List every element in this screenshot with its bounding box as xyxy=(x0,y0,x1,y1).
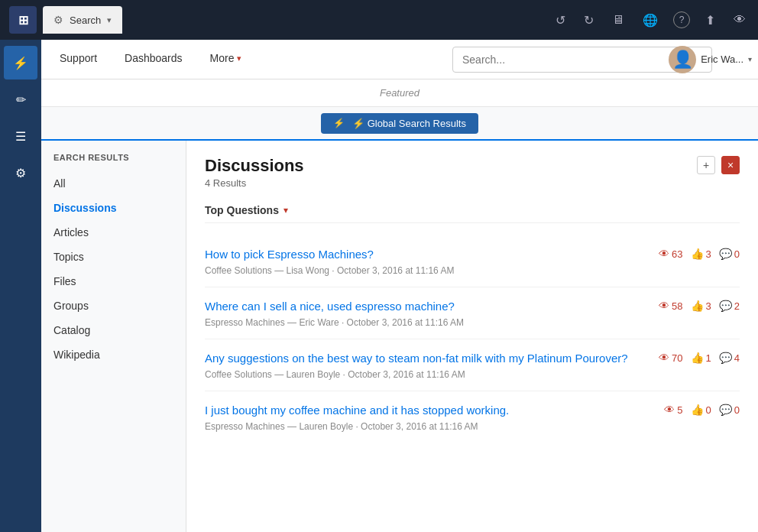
search-nav-topics[interactable]: Topics xyxy=(41,245,186,269)
sidebar-list-button[interactable]: ☰ xyxy=(4,119,37,153)
nav-support[interactable]: Support xyxy=(46,40,111,79)
view-stat: 👁 58 xyxy=(659,300,682,312)
top-questions-bar: Top Questions ▾ xyxy=(205,204,740,223)
tab-gear-icon: ⚙ xyxy=(53,14,63,26)
discussion-content: I just bought my coffee machine and it h… xyxy=(205,402,652,432)
top-toolbar: ⊞ ⚙ Search ▾ ↺ ↻ 🖥 🌐 ? ⬆ 👁 xyxy=(0,0,758,40)
gear-icon: ⚙ xyxy=(15,166,26,180)
eye-stat-icon: 👁 xyxy=(659,352,669,364)
comment-count: 4 xyxy=(734,352,740,364)
logo-icon: ⊞ xyxy=(18,13,28,28)
like-stat: 👍 0 xyxy=(691,404,711,416)
discussion-item: I just bought my coffee machine and it h… xyxy=(205,391,740,443)
avatar: 👤 xyxy=(669,46,696,73)
nav-dashboards[interactable]: Dashboards xyxy=(111,40,196,79)
discussion-stats: 👁 63 👍 3 💬 0 xyxy=(659,246,740,260)
left-sidebar: ⚡ ✏ ☰ ⚙ xyxy=(0,40,41,532)
redo-button[interactable]: ↻ xyxy=(581,10,597,31)
search-nav-groups[interactable]: Groups xyxy=(41,294,186,318)
discussions-heading: Discussions 4 Results xyxy=(205,156,304,201)
like-count: 1 xyxy=(706,352,711,364)
like-stat-icon: 👍 xyxy=(691,248,704,260)
like-stat: 👍 1 xyxy=(691,352,711,364)
sort-dropdown-icon[interactable]: ▾ xyxy=(283,205,288,216)
search-nav-all[interactable]: All xyxy=(41,171,186,196)
discussion-item: Any suggestions on the best way to steam… xyxy=(205,339,740,391)
search-nav-discussions[interactable]: Discussions xyxy=(41,196,186,220)
comment-stat: 💬 2 xyxy=(719,300,740,312)
nav-more[interactable]: More ▾ xyxy=(196,40,256,79)
discussion-title[interactable]: Where can I sell a nice, used espresso m… xyxy=(205,298,646,314)
search-nav-articles[interactable]: Articles xyxy=(41,220,186,245)
globe-button[interactable]: 🌐 xyxy=(640,10,661,31)
discussions-title: Discussions xyxy=(205,156,304,176)
featured-label: Featured xyxy=(380,87,419,99)
discussions-panel: Discussions 4 Results + × Top Questions … xyxy=(186,141,758,532)
eye-button[interactable]: 👁 xyxy=(730,10,749,30)
view-count: 5 xyxy=(677,404,682,416)
view-count: 63 xyxy=(672,248,682,260)
like-stat-icon: 👍 xyxy=(691,300,704,312)
eye-stat-icon: 👁 xyxy=(664,404,675,416)
eye-stat-icon: 👁 xyxy=(659,248,669,260)
discussion-content: Any suggestions on the best way to steam… xyxy=(205,350,646,380)
sidebar-lightning-button[interactable]: ⚡ xyxy=(4,46,37,79)
comment-stat-icon: 💬 xyxy=(719,404,732,416)
comment-stat-icon: 💬 xyxy=(719,300,732,312)
sidebar-edit-button[interactable]: ✏ xyxy=(4,83,37,116)
search-nav-wikipedia[interactable]: Wikipedia xyxy=(41,342,186,367)
discussion-content: How to pick Espresso Machines? Coffee So… xyxy=(205,246,646,276)
global-lightning-icon: ⚡ xyxy=(333,118,345,128)
panel-actions: + × xyxy=(697,156,740,174)
nav-links: Support Dashboards More ▾ xyxy=(46,40,255,79)
expand-panel-button[interactable]: + xyxy=(697,156,715,174)
user-chevron-icon: ▾ xyxy=(748,55,752,63)
discussion-title[interactable]: Any suggestions on the best way to steam… xyxy=(205,350,646,366)
app-logo[interactable]: ⊞ xyxy=(9,6,37,34)
discussion-stats: 👁 70 👍 1 💬 4 xyxy=(659,350,740,364)
view-count: 70 xyxy=(672,352,682,364)
search-nav-files[interactable]: Files xyxy=(41,269,186,294)
featured-banner: Featured xyxy=(41,79,758,107)
global-results-bar: ⚡ ⚡ Global Search Results xyxy=(41,107,758,141)
comment-stat-icon: 💬 xyxy=(719,248,732,260)
comment-stat: 💬 4 xyxy=(719,352,740,364)
help-button[interactable]: ? xyxy=(673,11,690,28)
comment-count: 0 xyxy=(734,404,740,416)
like-count: 0 xyxy=(706,404,711,416)
nav-bar: Support Dashboards More ▾ 👤 Eric Wa... ▾ xyxy=(0,40,758,79)
more-label: More xyxy=(210,52,235,64)
search-nav: EARCH RESULTS All Discussions Articles T… xyxy=(41,141,186,532)
undo-button[interactable]: ↺ xyxy=(552,10,568,31)
like-stat: 👍 3 xyxy=(691,248,711,260)
monitor-button[interactable]: 🖥 xyxy=(609,10,627,30)
user-menu[interactable]: 👤 Eric Wa... ▾ xyxy=(669,46,752,73)
sidebar-settings-button[interactable]: ⚙ xyxy=(4,156,37,190)
like-count: 3 xyxy=(706,300,711,312)
search-tab[interactable]: ⚙ Search ▾ xyxy=(43,6,122,34)
comment-count: 0 xyxy=(734,248,740,260)
results-count: 4 Results xyxy=(205,177,304,189)
discussion-meta: Coffee Solutions — Lisa Wong · October 3… xyxy=(205,265,646,276)
view-stat: 👁 5 xyxy=(664,404,682,416)
discussion-meta: Coffee Solutions — Lauren Boyle · Octobe… xyxy=(205,369,646,380)
tab-chevron-icon: ▾ xyxy=(107,15,112,25)
like-stat-icon: 👍 xyxy=(691,352,704,364)
search-nav-catalog[interactable]: Catalog xyxy=(41,318,186,342)
more-chevron-icon: ▾ xyxy=(237,54,241,63)
global-results-label: ⚡ Global Search Results xyxy=(352,118,466,129)
view-stat: 👁 63 xyxy=(659,248,682,260)
discussion-content: Where can I sell a nice, used espresso m… xyxy=(205,298,646,328)
like-stat: 👍 3 xyxy=(691,300,711,312)
list-icon: ☰ xyxy=(15,129,26,144)
global-results-button[interactable]: ⚡ ⚡ Global Search Results xyxy=(321,113,478,134)
comment-stat: 💬 0 xyxy=(719,248,740,260)
upload-button[interactable]: ⬆ xyxy=(702,10,718,31)
view-stat: 👁 70 xyxy=(659,352,682,364)
close-panel-button[interactable]: × xyxy=(721,156,740,174)
expand-icon: + xyxy=(703,159,709,171)
discussion-item: How to pick Espresso Machines? Coffee So… xyxy=(205,235,740,287)
panel-header: Discussions 4 Results + × xyxy=(205,156,740,201)
discussion-title[interactable]: I just bought my coffee machine and it h… xyxy=(205,402,652,418)
discussion-title[interactable]: How to pick Espresso Machines? xyxy=(205,246,646,262)
